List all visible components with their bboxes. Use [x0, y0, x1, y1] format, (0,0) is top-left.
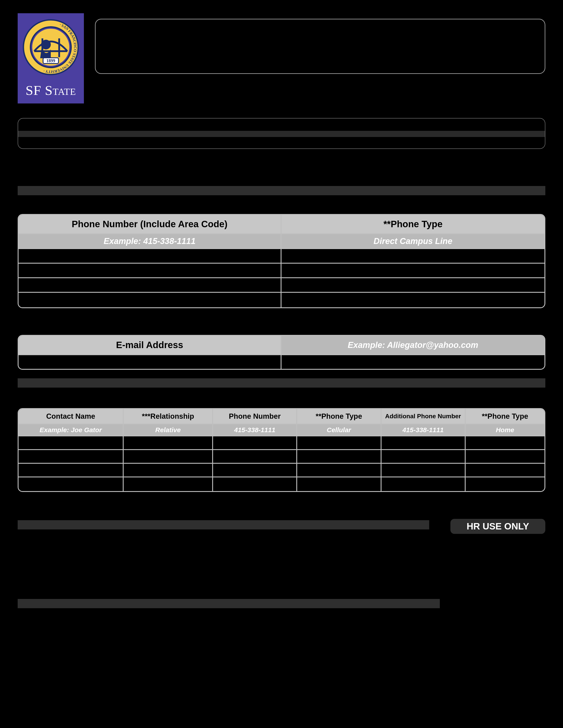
phone-input-cell[interactable] [19, 264, 282, 278]
contacts-input-cell[interactable] [382, 436, 466, 450]
phone-input-cell[interactable] [282, 249, 544, 264]
contacts-input-cell[interactable] [466, 477, 544, 491]
contacts-input-cell[interactable] [213, 450, 297, 464]
contacts-input-cell[interactable] [213, 477, 297, 491]
contacts-input-cell[interactable] [466, 436, 544, 450]
contacts-input-cell[interactable] [382, 477, 466, 491]
phone-input-cell[interactable] [19, 293, 282, 307]
email-input-cell[interactable] [19, 355, 282, 369]
contacts-hdr-type: **Phone Type [297, 409, 381, 424]
phone-table: Phone Number (Include Area Code) **Phone… [18, 214, 545, 308]
contacts-hdr-rel: ***Relationship [124, 409, 213, 424]
contacts-ex-addtype: Home [466, 424, 544, 436]
email-example: Example: Alliegator@yahoo.com [282, 336, 544, 355]
contacts-input-cell[interactable] [382, 450, 466, 464]
contacts-input-cell[interactable] [19, 477, 124, 491]
section-bar-signature [18, 520, 429, 529]
phone-input-cell[interactable] [282, 293, 544, 307]
contacts-input-cell[interactable] [19, 450, 124, 464]
contacts-ex-rel: Relative [124, 424, 213, 436]
section-bar-certification [18, 599, 440, 608]
phone-example-type: Direct Campus Line [282, 234, 544, 249]
contacts-hdr-phone: Phone Number [213, 409, 297, 424]
contacts-hdr-name: Contact Name [19, 409, 124, 424]
contacts-input-cell[interactable] [382, 464, 466, 477]
contacts-table: Contact Name ***Relationship Phone Numbe… [18, 408, 545, 492]
contacts-ex-type: Cellular [297, 424, 381, 436]
university-logo: 1899 · SAN FRANCISCO STATE UNIVERSITY · … [18, 13, 84, 103]
contacts-ex-addphone: 415-338-1111 [382, 424, 466, 436]
contacts-input-cell[interactable] [213, 464, 297, 477]
phone-header-type: **Phone Type [282, 215, 544, 234]
contacts-input-cell[interactable] [19, 464, 124, 477]
contacts-input-cell[interactable] [297, 436, 381, 450]
contacts-input-cell[interactable] [466, 464, 544, 477]
email-header: E-mail Address [19, 336, 282, 355]
email-input-cell[interactable] [282, 355, 544, 369]
contacts-input-cell[interactable] [297, 450, 381, 464]
form-title-box [95, 19, 545, 74]
contacts-ex-name: Example: Joe Gator [19, 424, 124, 436]
section-bar-phone [18, 186, 545, 195]
contacts-input-cell[interactable] [297, 464, 381, 477]
contacts-input-cell[interactable] [213, 436, 297, 450]
name-row-box [18, 118, 545, 149]
university-seal-icon: 1899 · SAN FRANCISCO STATE UNIVERSITY · [19, 14, 83, 80]
hr-use-only-badge: HR USE ONLY [450, 519, 545, 534]
contacts-input-cell[interactable] [124, 464, 213, 477]
contacts-input-cell[interactable] [124, 436, 213, 450]
svg-text:1899: 1899 [46, 58, 55, 63]
phone-input-cell[interactable] [19, 249, 282, 264]
contacts-input-cell[interactable] [19, 436, 124, 450]
contacts-input-cell[interactable] [124, 450, 213, 464]
logo-text: SF State [19, 80, 83, 103]
phone-example-number: Example: 415-338-1111 [19, 234, 282, 249]
section-bar-contacts [18, 378, 545, 388]
contacts-ex-phone: 415-338-1111 [213, 424, 297, 436]
contacts-input-cell[interactable] [297, 477, 381, 491]
contacts-input-cell[interactable] [466, 450, 544, 464]
contacts-input-cell[interactable] [124, 477, 213, 491]
email-table: E-mail Address Example: Alliegator@yahoo… [18, 335, 545, 370]
phone-input-cell[interactable] [282, 264, 544, 278]
page-container: 1899 · SAN FRANCISCO STATE UNIVERSITY · … [18, 13, 545, 715]
phone-input-cell[interactable] [282, 278, 544, 293]
contacts-hdr-addphone: Additional Phone Number [382, 409, 466, 424]
svg-point-6 [41, 40, 51, 49]
contacts-hdr-addtype: **Phone Type [466, 409, 544, 424]
phone-header-number: Phone Number (Include Area Code) [19, 215, 282, 234]
phone-input-cell[interactable] [19, 278, 282, 293]
